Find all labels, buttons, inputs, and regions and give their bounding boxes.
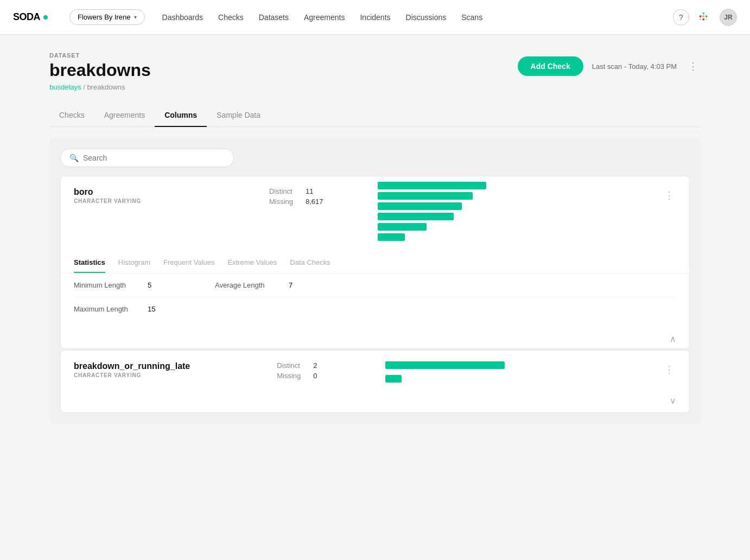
stats-row-1: Minimum Length 5 Average Length 7: [74, 273, 676, 297]
stat-row-distinct-2: Distinct 2: [277, 361, 364, 370]
search-icon: 🔍: [69, 154, 79, 162]
bar-2: [378, 192, 473, 200]
sub-tabs-boro: Statistics Histogram Frequent Values Ext…: [61, 250, 689, 273]
stat-avg-length: Average Length 7: [215, 281, 334, 289]
expand-button-breakdown[interactable]: ∨: [61, 393, 689, 412]
tab-columns[interactable]: Columns: [155, 104, 207, 127]
nav-scans[interactable]: Scans: [461, 13, 482, 22]
bar-b2: [385, 375, 402, 383]
column-name-boro: boro: [74, 187, 182, 197]
missing-value: 8,617: [306, 198, 323, 206]
tab-sample-data[interactable]: Sample Data: [207, 104, 270, 127]
nav-discussions[interactable]: Discussions: [406, 13, 447, 22]
missing-label-2: Missing: [277, 372, 307, 380]
tab-checks[interactable]: Checks: [49, 104, 94, 127]
column-name-breakdown: breakdown_or_running_late: [74, 361, 190, 371]
column-breakdown-more-button[interactable]: ⋮: [662, 361, 676, 378]
slack-icon[interactable]: [697, 10, 712, 25]
sub-tab-extreme-values[interactable]: Extreme Values: [228, 258, 277, 273]
distinct-label: Distinct: [269, 187, 299, 195]
chevron-down-icon: ▾: [134, 14, 137, 20]
stats-row-2: Maximum Length 15: [74, 297, 676, 321]
bar-5: [378, 223, 427, 231]
page-more-button[interactable]: ⋮: [685, 59, 701, 74]
avg-length-value: 7: [289, 281, 293, 289]
column-boro-more-button[interactable]: ⋮: [662, 187, 676, 203]
stat-row-distinct: Distinct 11: [269, 187, 356, 195]
distinct-value-2: 2: [313, 361, 317, 370]
column-card-breakdown-header: breakdown_or_running_late CHARACTER VARY…: [61, 351, 689, 393]
svg-rect-4: [702, 18, 704, 20]
search-input[interactable]: [83, 154, 225, 162]
stat-row-missing-2: Missing 0: [277, 372, 364, 380]
svg-rect-1: [702, 12, 704, 14]
breadcrumb-org[interactable]: busdelays: [49, 83, 81, 91]
column-card-boro-header: boro CHARACTER VARYING Distinct 11 Missi…: [61, 176, 689, 241]
header-left: DATASET breakdowns busdelays / breakdown…: [49, 52, 518, 91]
statistics-table: Minimum Length 5 Average Length 7 Maximu…: [61, 273, 689, 329]
page-header: DATASET breakdowns busdelays / breakdown…: [49, 52, 701, 91]
column-stats-boro: Distinct 11 Missing 8,617: [269, 187, 356, 206]
breadcrumb-dataset: breakdowns: [87, 83, 125, 91]
last-scan-text: Last scan - Today, 4:03 PM: [592, 62, 677, 71]
user-avatar[interactable]: JR: [720, 9, 737, 26]
page-title: breakdowns: [49, 61, 518, 80]
svg-rect-0: [700, 15, 702, 17]
org-selector[interactable]: Flowers By Irene ▾: [69, 9, 145, 25]
bar-b1: [385, 361, 505, 369]
svg-rect-2: [702, 15, 704, 17]
distinct-value: 11: [306, 187, 313, 195]
svg-rect-6: [705, 18, 708, 20]
nav-agreements[interactable]: Agreements: [304, 13, 345, 22]
add-check-button[interactable]: Add Check: [518, 56, 583, 76]
nav-incidents[interactable]: Incidents: [360, 13, 390, 22]
columns-area: 🔍 boro CHARACTER VARYING Distinct 11 Mis…: [49, 138, 701, 424]
avg-length-label: Average Length: [215, 281, 280, 289]
min-length-label: Minimum Length: [74, 281, 139, 289]
min-length-value: 5: [148, 281, 151, 289]
tab-agreements[interactable]: Agreements: [94, 104, 155, 127]
column-card-breakdown: breakdown_or_running_late CHARACTER VARY…: [60, 350, 690, 413]
stat-row-missing: Missing 8,617: [269, 198, 356, 206]
nav-checks[interactable]: Checks: [218, 13, 244, 22]
distinct-label-2: Distinct: [277, 361, 307, 370]
dataset-label: DATASET: [49, 52, 518, 59]
max-length-label: Maximum Length: [74, 305, 139, 313]
sub-tab-histogram[interactable]: Histogram: [118, 258, 150, 273]
bar-6: [378, 233, 405, 241]
sub-tab-frequent-values[interactable]: Frequent Values: [163, 258, 214, 273]
column-info-boro: boro CHARACTER VARYING: [74, 187, 182, 204]
sub-tab-data-checks[interactable]: Data Checks: [290, 258, 330, 273]
help-icon[interactable]: ?: [673, 9, 689, 26]
logo: SODA: [13, 11, 48, 23]
logo-dot: [43, 15, 48, 20]
logo-text: SODA: [13, 11, 40, 23]
page-content: DATASET breakdowns busdelays / breakdown…: [28, 35, 722, 441]
top-navigation: SODA Flowers By Irene ▾ Dashboards Check…: [0, 0, 750, 35]
column-info-breakdown: breakdown_or_running_late CHARACTER VARY…: [74, 361, 190, 378]
chart-area-boro: [356, 182, 662, 241]
org-name: Flowers By Irene: [78, 13, 131, 21]
column-type-boro: CHARACTER VARYING: [74, 198, 182, 204]
max-length-value: 15: [148, 305, 155, 313]
column-stats-breakdown: Distinct 2 Missing 0: [277, 361, 364, 380]
missing-label: Missing: [269, 198, 299, 206]
stat-max-length: Maximum Length 15: [74, 305, 193, 313]
column-type-breakdown: CHARACTER VARYING: [74, 372, 190, 378]
missing-value-2: 0: [313, 372, 317, 380]
collapse-button-boro[interactable]: ∧: [61, 329, 689, 348]
svg-rect-3: [705, 15, 708, 17]
tabs: Checks Agreements Columns Sample Data: [49, 104, 701, 127]
nav-right: ? JR: [673, 9, 737, 26]
nav-links: Dashboards Checks Datasets Agreements In…: [162, 13, 656, 22]
bar-1: [378, 182, 486, 189]
chart-area-breakdown: [364, 356, 662, 383]
bar-4: [378, 213, 454, 220]
nav-dashboards[interactable]: Dashboards: [162, 13, 204, 22]
nav-datasets[interactable]: Datasets: [259, 13, 289, 22]
bar-3: [378, 202, 462, 210]
sub-tab-statistics[interactable]: Statistics: [74, 258, 105, 273]
search-bar: 🔍: [60, 149, 234, 167]
column-card-boro: boro CHARACTER VARYING Distinct 11 Missi…: [60, 176, 690, 349]
breadcrumb: busdelays / breakdowns: [49, 83, 518, 91]
